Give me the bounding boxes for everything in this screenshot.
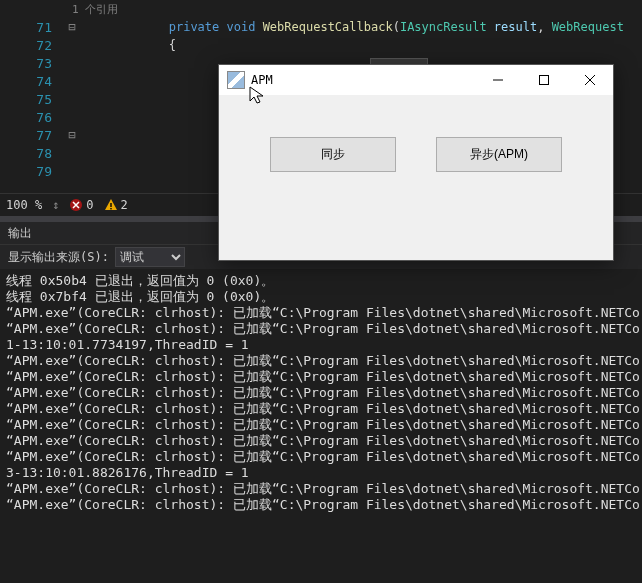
warning-icon bbox=[104, 198, 118, 212]
line-number: 74 bbox=[12, 74, 62, 89]
code-line[interactable]: 72 { bbox=[0, 36, 642, 54]
close-button[interactable] bbox=[567, 65, 613, 95]
code-line[interactable]: 71⊟ private void WebRequestCallback(IAsy… bbox=[0, 18, 642, 36]
svg-rect-3 bbox=[540, 76, 549, 85]
apm-dialog: APM 同步 异步(APM) bbox=[218, 64, 614, 261]
output-source-select[interactable]: 调试 bbox=[115, 247, 185, 267]
output-text[interactable]: 线程 0x50b4 已退出，返回值为 0 (0x0)。 线程 0x7bf4 已退… bbox=[0, 269, 642, 583]
warning-count[interactable]: 2 bbox=[104, 198, 128, 212]
app-icon bbox=[227, 71, 245, 89]
svg-rect-1 bbox=[110, 203, 111, 207]
error-count[interactable]: 0 bbox=[69, 198, 93, 212]
line-number: 79 bbox=[12, 164, 62, 179]
zoom-level[interactable]: 100 % bbox=[6, 198, 42, 212]
async-button[interactable]: 异步(APM) bbox=[436, 137, 562, 172]
fold-toggle[interactable]: ⊟ bbox=[62, 128, 82, 142]
line-number: 71 bbox=[12, 20, 62, 35]
dialog-titlebar[interactable]: APM bbox=[219, 65, 613, 95]
error-icon bbox=[69, 198, 83, 212]
line-number: 78 bbox=[12, 146, 62, 161]
minimize-button[interactable] bbox=[475, 65, 521, 95]
maximize-button[interactable] bbox=[521, 65, 567, 95]
line-number: 76 bbox=[12, 110, 62, 125]
svg-rect-2 bbox=[110, 208, 111, 209]
updown-icon[interactable]: ↕ bbox=[52, 198, 59, 212]
line-number: 77 bbox=[12, 128, 62, 143]
line-number: 75 bbox=[12, 92, 62, 107]
line-number: 72 bbox=[12, 38, 62, 53]
sync-button[interactable]: 同步 bbox=[270, 137, 396, 172]
output-source-label: 显示输出来源(S): bbox=[8, 249, 109, 266]
line-number: 73 bbox=[12, 56, 62, 71]
fold-toggle[interactable]: ⊟ bbox=[62, 20, 82, 34]
dialog-title: APM bbox=[251, 73, 475, 87]
codelens-reference[interactable]: 1 个引用 bbox=[72, 2, 118, 17]
